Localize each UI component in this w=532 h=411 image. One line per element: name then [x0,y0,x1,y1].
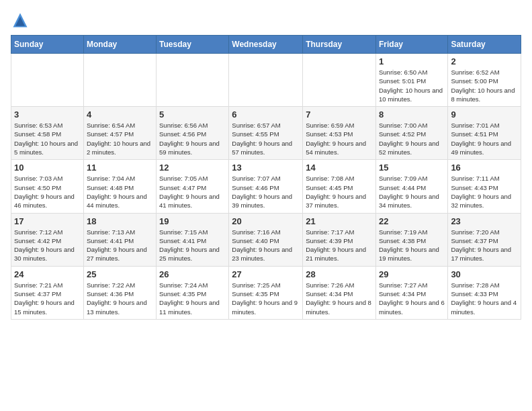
calendar-cell [229,54,303,107]
day-number: 22 [379,216,445,226]
day-info: Sunrise: 7:20 AM Sunset: 4:37 PM Dayligh… [451,228,518,263]
day-number: 4 [87,109,153,120]
day-header-wednesday: Wednesday [229,36,303,54]
day-info: Sunrise: 7:01 AM Sunset: 4:51 PM Dayligh… [451,121,518,156]
day-number: 25 [87,269,153,279]
page-header [11,11,521,30]
day-header-friday: Friday [375,36,447,54]
calendar-cell [11,54,84,107]
day-number: 10 [14,163,81,173]
calendar-cell: 11Sunrise: 7:04 AM Sunset: 4:48 PM Dayli… [83,160,156,213]
calendar-cell: 1Sunrise: 6:50 AM Sunset: 5:01 PM Daylig… [375,54,447,107]
day-number: 7 [306,109,373,120]
calendar-cell: 5Sunrise: 6:56 AM Sunset: 4:56 PM Daylig… [157,107,229,160]
day-number: 14 [306,163,373,173]
day-info: Sunrise: 7:26 AM Sunset: 4:34 PM Dayligh… [306,281,373,316]
day-info: Sunrise: 7:16 AM Sunset: 4:40 PM Dayligh… [232,228,300,263]
day-number: 20 [232,216,300,226]
calendar-cell: 10Sunrise: 7:03 AM Sunset: 4:50 PM Dayli… [11,160,84,213]
day-info: Sunrise: 7:27 AM Sunset: 4:34 PM Dayligh… [379,281,445,316]
calendar-cell [157,54,229,107]
calendar-cell: 6Sunrise: 6:57 AM Sunset: 4:55 PM Daylig… [229,107,303,160]
calendar-cell: 24Sunrise: 7:21 AM Sunset: 4:37 PM Dayli… [11,266,84,319]
day-info: Sunrise: 7:21 AM Sunset: 4:37 PM Dayligh… [14,281,81,316]
calendar-cell: 15Sunrise: 7:09 AM Sunset: 4:44 PM Dayli… [375,160,447,213]
calendar-cell: 22Sunrise: 7:19 AM Sunset: 4:38 PM Dayli… [375,213,447,266]
calendar-cell: 14Sunrise: 7:08 AM Sunset: 4:45 PM Dayli… [303,160,376,213]
calendar-cell: 21Sunrise: 7:17 AM Sunset: 4:39 PM Dayli… [303,213,376,266]
calendar-table: SundayMondayTuesdayWednesdayThursdayFrid… [11,35,521,320]
day-number: 8 [379,109,445,120]
day-header-thursday: Thursday [303,36,376,54]
logo [11,11,32,30]
calendar-cell: 17Sunrise: 7:12 AM Sunset: 4:42 PM Dayli… [11,213,84,266]
calendar-cell: 4Sunrise: 6:54 AM Sunset: 4:57 PM Daylig… [83,107,156,160]
day-info: Sunrise: 7:11 AM Sunset: 4:43 PM Dayligh… [451,174,518,210]
calendar-cell: 25Sunrise: 7:22 AM Sunset: 4:36 PM Dayli… [83,266,156,319]
calendar-cell: 18Sunrise: 7:13 AM Sunset: 4:41 PM Dayli… [83,213,156,266]
day-info: Sunrise: 7:05 AM Sunset: 4:47 PM Dayligh… [159,174,226,210]
day-number: 18 [87,216,153,226]
calendar-cell: 30Sunrise: 7:28 AM Sunset: 4:33 PM Dayli… [448,266,521,319]
calendar-week-4: 17Sunrise: 7:12 AM Sunset: 4:42 PM Dayli… [11,213,521,266]
day-number: 2 [451,56,518,66]
day-number: 24 [14,269,81,279]
day-info: Sunrise: 7:13 AM Sunset: 4:41 PM Dayligh… [87,228,153,263]
day-info: Sunrise: 7:03 AM Sunset: 4:50 PM Dayligh… [14,174,81,210]
day-number: 12 [159,163,226,173]
day-number: 13 [232,163,300,173]
day-header-sunday: Sunday [11,36,84,54]
day-info: Sunrise: 7:24 AM Sunset: 4:35 PM Dayligh… [159,281,226,316]
day-number: 21 [306,216,373,226]
calendar-cell: 9Sunrise: 7:01 AM Sunset: 4:51 PM Daylig… [448,107,521,160]
day-number: 6 [232,109,300,120]
day-info: Sunrise: 7:04 AM Sunset: 4:48 PM Dayligh… [87,174,153,210]
calendar-week-5: 24Sunrise: 7:21 AM Sunset: 4:37 PM Dayli… [11,266,521,319]
calendar-cell: 7Sunrise: 6:59 AM Sunset: 4:53 PM Daylig… [303,107,376,160]
day-number: 23 [451,216,518,226]
day-header-saturday: Saturday [448,36,521,54]
day-info: Sunrise: 7:07 AM Sunset: 4:46 PM Dayligh… [232,174,300,210]
calendar-cell: 28Sunrise: 7:26 AM Sunset: 4:34 PM Dayli… [303,266,376,319]
day-info: Sunrise: 6:57 AM Sunset: 4:55 PM Dayligh… [232,121,300,156]
day-number: 1 [379,56,445,66]
day-info: Sunrise: 7:15 AM Sunset: 4:41 PM Dayligh… [159,228,226,263]
calendar-cell: 27Sunrise: 7:25 AM Sunset: 4:35 PM Dayli… [229,266,303,319]
calendar-cell: 16Sunrise: 7:11 AM Sunset: 4:43 PM Dayli… [448,160,521,213]
calendar-cell: 23Sunrise: 7:20 AM Sunset: 4:37 PM Dayli… [448,213,521,266]
calendar-week-2: 3Sunrise: 6:53 AM Sunset: 4:58 PM Daylig… [11,107,521,160]
calendar-cell: 3Sunrise: 6:53 AM Sunset: 4:58 PM Daylig… [11,107,84,160]
calendar-cell [303,54,376,107]
day-number: 9 [451,109,518,120]
day-info: Sunrise: 7:25 AM Sunset: 4:35 PM Dayligh… [232,281,300,316]
calendar-cell: 26Sunrise: 7:24 AM Sunset: 4:35 PM Dayli… [157,266,229,319]
day-info: Sunrise: 7:12 AM Sunset: 4:42 PM Dayligh… [14,228,81,263]
day-number: 15 [379,163,445,173]
calendar-cell: 29Sunrise: 7:27 AM Sunset: 4:34 PM Dayli… [375,266,447,319]
day-header-tuesday: Tuesday [157,36,229,54]
calendar-cell: 19Sunrise: 7:15 AM Sunset: 4:41 PM Dayli… [157,213,229,266]
day-info: Sunrise: 7:28 AM Sunset: 4:33 PM Dayligh… [451,281,518,316]
day-number: 3 [14,109,81,120]
day-number: 11 [87,163,153,173]
logo-icon [11,11,30,30]
day-info: Sunrise: 6:53 AM Sunset: 4:58 PM Dayligh… [14,121,81,156]
calendar-cell: 12Sunrise: 7:05 AM Sunset: 4:47 PM Dayli… [157,160,229,213]
day-info: Sunrise: 7:00 AM Sunset: 4:52 PM Dayligh… [379,121,445,156]
day-number: 27 [232,269,300,279]
calendar-cell [83,54,156,107]
day-number: 19 [159,216,226,226]
calendar-cell: 13Sunrise: 7:07 AM Sunset: 4:46 PM Dayli… [229,160,303,213]
day-number: 28 [306,269,373,279]
day-info: Sunrise: 6:54 AM Sunset: 4:57 PM Dayligh… [87,121,153,156]
day-header-monday: Monday [83,36,156,54]
day-number: 29 [379,269,445,279]
day-info: Sunrise: 6:59 AM Sunset: 4:53 PM Dayligh… [306,121,373,156]
calendar-cell: 20Sunrise: 7:16 AM Sunset: 4:40 PM Dayli… [229,213,303,266]
day-number: 5 [159,109,226,120]
day-info: Sunrise: 7:19 AM Sunset: 4:38 PM Dayligh… [379,228,445,263]
day-info: Sunrise: 6:56 AM Sunset: 4:56 PM Dayligh… [159,121,226,156]
calendar-week-1: 1Sunrise: 6:50 AM Sunset: 5:01 PM Daylig… [11,54,521,107]
calendar-cell: 8Sunrise: 7:00 AM Sunset: 4:52 PM Daylig… [375,107,447,160]
calendar-cell: 2Sunrise: 6:52 AM Sunset: 5:00 PM Daylig… [448,54,521,107]
